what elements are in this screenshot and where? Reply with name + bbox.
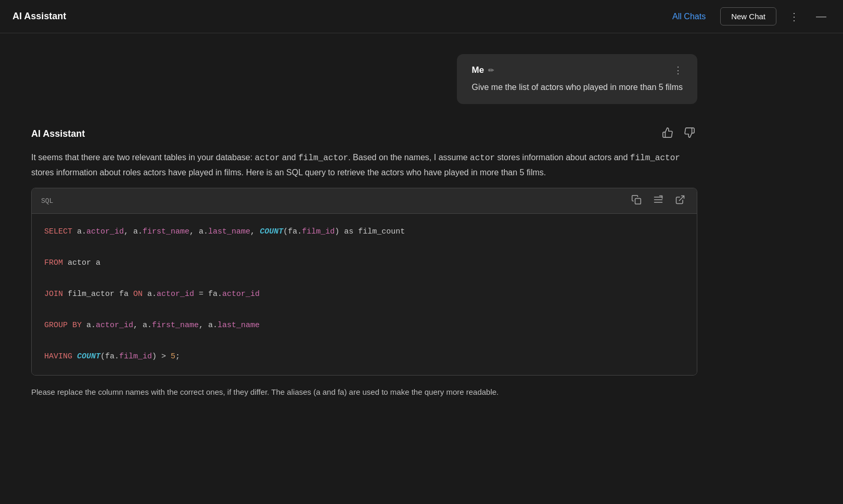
code-line-8 (44, 333, 684, 349)
code-line-3: FROM actor a (44, 255, 684, 271)
code-actions (629, 193, 687, 208)
ai-response: AI Assistant It seems that there are (31, 125, 697, 398)
code-block-body: SELECT a.actor_id, a.first_name, a.last_… (32, 214, 697, 375)
user-bubble: Me ✏ ⋮ Give me the list of actors who pl… (457, 54, 697, 104)
code-language-label: SQL (41, 197, 53, 205)
open-external-button[interactable] (673, 193, 687, 208)
code-line-5: JOIN film_actor fa ON a.actor_id = fa.ac… (44, 287, 684, 302)
header-menu-icon[interactable]: ⋮ (785, 8, 803, 25)
inline-code-actor2: actor (470, 153, 495, 163)
app-title: AI Assistant (12, 11, 66, 22)
user-message-wrapper: Me ✏ ⋮ Give me the list of actors who pl… (31, 54, 697, 104)
user-label-row: Me ✏ (471, 65, 494, 75)
code-block: SQL (31, 188, 697, 376)
ai-response-header: AI Assistant (31, 125, 697, 143)
code-line-2 (44, 240, 684, 255)
new-chat-button[interactable]: New Chat (720, 7, 776, 25)
header-minimize-icon[interactable]: — (812, 8, 831, 24)
bubble-menu-icon[interactable]: ⋮ (673, 64, 683, 76)
inline-code-film-actor: film_actor (298, 153, 348, 163)
header-actions: All Chats New Chat ⋮ — (666, 7, 831, 25)
svg-rect-0 (635, 199, 641, 204)
thumbs-down-button[interactable] (682, 125, 697, 143)
app-header: AI Assistant All Chats New Chat ⋮ — (0, 0, 843, 33)
code-line-9: HAVING COUNT(fa.film_id) > 5; (44, 349, 684, 365)
ai-response-text: It seems that there are two relevant tab… (31, 150, 697, 179)
user-bubble-header: Me ✏ ⋮ (471, 64, 683, 76)
ai-name: AI Assistant (31, 128, 85, 139)
inline-code-actor: actor (255, 153, 280, 163)
collapse-code-button[interactable] (651, 193, 666, 208)
user-name: Me (471, 65, 484, 75)
thumbs-up-button[interactable] (660, 125, 675, 143)
copy-code-button[interactable] (629, 193, 644, 208)
code-line-6 (44, 302, 684, 318)
all-chats-button[interactable]: All Chats (666, 9, 712, 24)
user-message-text: Give me the list of actors who played in… (471, 81, 683, 94)
code-line-1: SELECT a.actor_id, a.first_name, a.last_… (44, 224, 684, 240)
code-line-7: GROUP BY a.actor_id, a.first_name, a.las… (44, 318, 684, 333)
code-block-header: SQL (32, 188, 697, 214)
ai-feedback-icons (660, 125, 697, 143)
edit-icon[interactable]: ✏ (488, 66, 494, 74)
inline-code-film-actor2: film_actor (630, 153, 680, 163)
svg-line-4 (679, 196, 684, 201)
code-line-4 (44, 271, 684, 287)
chat-area: Me ✏ ⋮ Give me the list of actors who pl… (0, 33, 729, 435)
ai-footer-text: Please replace the column names with the… (31, 386, 697, 398)
